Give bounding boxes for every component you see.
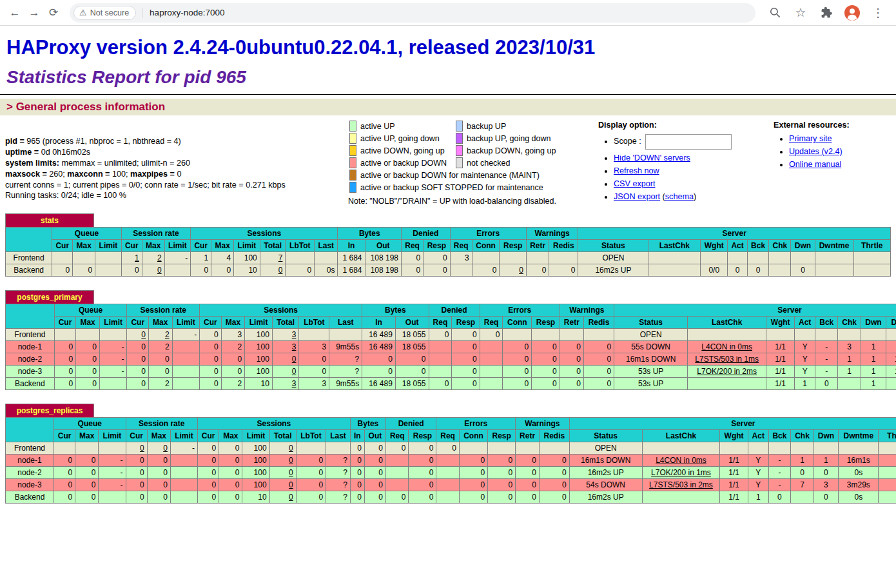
page-title[interactable]: HAProxy version 2.4.24-0ubuntu0.22.04.1,…: [6, 36, 891, 59]
proxy-name[interactable]: stats: [5, 213, 94, 227]
column-group-header: Errors: [480, 304, 560, 317]
legend-label: active DOWN, going up: [358, 145, 454, 156]
extensions-icon[interactable]: [819, 5, 834, 21]
stat-cell: Y: [795, 353, 815, 366]
column-group-header: Denied: [402, 228, 451, 240]
legend-swatch: [456, 121, 463, 132]
column-header: Conn: [459, 430, 487, 442]
row-name: Backend: [6, 378, 55, 390]
stat-cell: [500, 252, 526, 264]
forward-icon[interactable]: →: [24, 3, 44, 23]
stat-cell: 0: [76, 341, 100, 353]
stat-cell: 0: [147, 479, 170, 491]
schema-link[interactable]: schema: [665, 192, 694, 201]
legend-label: active UP, going down: [358, 133, 454, 144]
menu-icon[interactable]: ⋮: [870, 5, 886, 21]
stat-cell: [99, 491, 126, 504]
external-resource-link[interactable]: Online manual: [789, 160, 841, 169]
column-header: LastChk: [688, 317, 766, 329]
row-name: Backend: [6, 264, 52, 277]
external-resource-link[interactable]: Updates (v2.4): [789, 147, 842, 156]
back-icon[interactable]: ←: [5, 3, 24, 23]
column-header: Max: [73, 240, 95, 252]
bookmark-star-icon[interactable]: ☆: [793, 5, 808, 21]
stat-cell: 0: [459, 455, 487, 467]
column-group-header: Bytes: [362, 304, 429, 317]
proxy-title-bar: stats: [5, 213, 891, 227]
row-name: Frontend: [6, 329, 55, 341]
json-export-link[interactable]: JSON export: [614, 192, 660, 201]
column-header: Out: [365, 240, 402, 252]
proxy-name[interactable]: postgres_primary: [5, 290, 94, 304]
stat-cell: 0: [540, 491, 570, 504]
external-resource-link[interactable]: Primary site: [789, 134, 832, 143]
column-header: Limit: [242, 430, 269, 442]
stat-cell: 0: [583, 366, 614, 378]
stat-cell: 0: [429, 378, 452, 390]
address-bar[interactable]: ⚠ Not secure haproxy-node:7000: [70, 3, 755, 23]
stat-cell: [791, 252, 815, 264]
column-header: Dwntme: [815, 240, 853, 252]
stat-cell: [879, 479, 896, 491]
stat-cell: ?: [329, 366, 362, 378]
stat-cell: [170, 479, 197, 491]
process-info-line: uptime = 0d 0h16m02s: [5, 147, 348, 158]
stat-cell: 0: [424, 264, 450, 277]
stat-cell: 1: [795, 378, 815, 390]
stat-cell: 1: [121, 252, 142, 264]
stat-cell: [52, 252, 73, 264]
display-option-link[interactable]: Refresh now: [614, 166, 659, 175]
stat-cell: 15m8s: [886, 366, 896, 378]
legend-note: Note: "NOLB"/"DRAIN" = UP with load-bala…: [348, 197, 598, 206]
refresh-icon[interactable]: ⟳: [44, 3, 63, 23]
stat-cell: [329, 329, 362, 341]
stat-cell: 0: [516, 467, 540, 479]
column-header: Bck: [768, 430, 791, 442]
stat-cell: [480, 366, 503, 378]
stat-cell: [879, 455, 896, 467]
column-header: Resp: [452, 317, 480, 329]
url-text[interactable]: haproxy-node:7000: [150, 8, 224, 17]
stat-cell: 1: [861, 341, 886, 353]
stat-cell: 100: [234, 252, 260, 264]
stat-cell: 0: [127, 341, 149, 353]
column-header: Req: [436, 430, 459, 442]
group-header-row: QueueSession rateSessionsBytesDeniedErro…: [6, 304, 896, 317]
stat-cell: 0: [147, 467, 170, 479]
stat-cell: 3: [299, 341, 329, 353]
stat-cell: [853, 264, 890, 277]
stats-row: node-300-000010000?000000054s DOWNL7STS/…: [6, 479, 896, 491]
stat-cell: 0: [75, 455, 99, 467]
stat-cell: [459, 442, 487, 455]
proxy-title-bar: postgres_replicas: [5, 404, 891, 417]
stat-cell: 0: [299, 353, 329, 366]
column-header: Status: [578, 240, 648, 252]
proxy-name[interactable]: postgres_replicas: [5, 404, 94, 417]
list-item: CSV export: [614, 179, 774, 188]
stat-cell: [429, 353, 452, 366]
profile-avatar[interactable]: [844, 5, 860, 21]
toolbar-right-icons: ☆ ⋮: [762, 5, 891, 21]
stat-cell: 3: [450, 252, 472, 264]
security-chip[interactable]: ⚠ Not secure: [73, 6, 136, 20]
report-subtitle: Statistics Report for pid 965: [6, 67, 891, 88]
stat-cell: 0: [75, 467, 99, 479]
row-name: Frontend: [6, 252, 52, 264]
zoom-icon[interactable]: [767, 5, 783, 21]
stat-cell: 0: [560, 378, 583, 390]
stat-cell: 0: [127, 353, 149, 366]
column-header: Status: [569, 430, 642, 442]
stat-cell: 100: [242, 442, 269, 455]
stat-cell: 0: [429, 329, 452, 341]
stat-cell: [315, 252, 338, 264]
display-option-link[interactable]: Hide 'DOWN' servers: [614, 153, 690, 162]
stat-cell: [99, 442, 126, 455]
stat-cell: [436, 467, 459, 479]
display-option-link[interactable]: CSV export: [614, 179, 655, 188]
stat-cell: [76, 329, 100, 341]
column-header: Cur: [191, 240, 211, 252]
scope-input[interactable]: [645, 134, 732, 150]
stat-cell: [815, 329, 838, 341]
stat-cell: 1: [791, 455, 813, 467]
stat-cell: [296, 442, 326, 455]
